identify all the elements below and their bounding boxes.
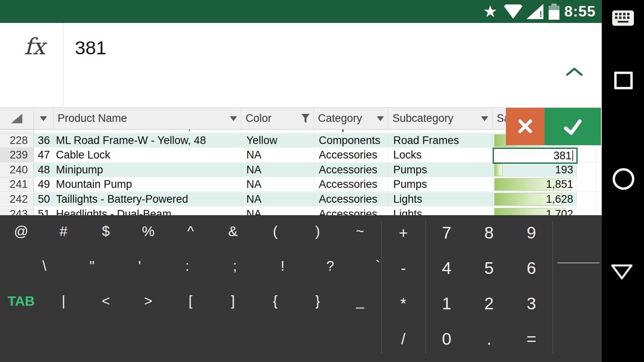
- cell-id[interactable]: 51: [34, 207, 54, 215]
- cell-product-name[interactable]: Taillights - Battery-Powered: [54, 192, 242, 207]
- row-number[interactable]: 228: [0, 134, 34, 148]
- cell-product-name[interactable]: ML Road Frame-W - Yellow, 44: [54, 130, 242, 134]
- header-id[interactable]: [34, 108, 54, 129]
- keyboard-key[interactable]: ;: [211, 249, 259, 283]
- cell-subcategory[interactable]: Locks: [388, 148, 493, 162]
- keyboard-key[interactable]: 6: [510, 251, 553, 286]
- tab-key[interactable]: TAB: [0, 284, 42, 318]
- keyboard-key[interactable]: _: [339, 284, 381, 318]
- keyboard-key[interactable]: 2: [468, 286, 510, 321]
- cell-color[interactable]: NA: [242, 207, 314, 215]
- cell-id[interactable]: 47: [34, 148, 54, 162]
- cell-color[interactable]: NA: [242, 192, 314, 207]
- cell-sales[interactable]: 1,851: [493, 177, 577, 192]
- cell-color[interactable]: NA: [242, 163, 314, 177]
- cell-id[interactable]: 49: [34, 177, 54, 192]
- keyboard-key[interactable]: ': [116, 249, 163, 283]
- keyboard-key[interactable]: /: [381, 321, 425, 357]
- cell-id[interactable]: 50: [34, 192, 54, 207]
- cell-subcategory[interactable]: Lights: [388, 207, 493, 215]
- home-button[interactable]: [613, 168, 634, 190]
- empty-cell[interactable]: [577, 192, 601, 207]
- keyboard-key[interactable]: *: [381, 286, 425, 321]
- keyboard-key[interactable]: 3: [510, 286, 553, 321]
- keyboard-key[interactable]: ?: [306, 249, 354, 283]
- chevron-up-icon[interactable]: [565, 67, 584, 78]
- cell-color[interactable]: NA: [242, 148, 314, 162]
- row-number[interactable]: 242: [0, 192, 34, 207]
- keyboard-key[interactable]: (: [254, 215, 296, 247]
- cell-category[interactable]: Accessories: [314, 177, 388, 192]
- cell-id[interactable]: 48: [34, 163, 54, 177]
- keyboard-key[interactable]: 1: [425, 286, 468, 321]
- keyboard-key[interactable]: 7: [425, 215, 468, 251]
- chevron-down-icon[interactable]: [40, 116, 47, 121]
- header-subcategory[interactable]: Subcategory: [388, 108, 493, 129]
- row-number[interactable]: 227: [0, 130, 34, 134]
- row-number[interactable]: 239: [0, 148, 34, 162]
- confirm-edit-button[interactable]: [545, 108, 601, 145]
- header-category[interactable]: Category: [314, 108, 388, 129]
- keyboard-key[interactable]: +: [381, 215, 425, 251]
- cell-category[interactable]: Components: [314, 130, 388, 134]
- back-button[interactable]: [610, 263, 634, 283]
- cell-subcategory[interactable]: Road Frames: [388, 130, 493, 134]
- keyboard-key[interactable]: |: [42, 284, 85, 318]
- formula-input[interactable]: 381: [75, 37, 106, 59]
- active-cell-editor[interactable]: 381: [493, 148, 578, 164]
- keyboard-key[interactable]: 5: [468, 251, 510, 286]
- cell-product-name[interactable]: Cable Lock: [54, 148, 242, 162]
- keyboard-key[interactable]: ]: [212, 284, 254, 318]
- keyboard-key[interactable]: #: [42, 215, 85, 247]
- filter-icon[interactable]: [301, 114, 310, 123]
- header-row-number[interactable]: [0, 108, 34, 129]
- row-number[interactable]: 243: [0, 207, 34, 215]
- cell-sales[interactable]: 1,628: [493, 192, 577, 207]
- empty-cell[interactable]: [577, 163, 601, 177]
- cell-category[interactable]: Components: [314, 134, 388, 148]
- cell-sales[interactable]: 1,702: [493, 207, 577, 215]
- keyboard-key[interactable]: 0: [425, 321, 468, 357]
- empty-cell[interactable]: [577, 148, 601, 162]
- keyboard-key[interactable]: &: [212, 215, 254, 247]
- cell-color[interactable]: Yellow: [242, 134, 314, 148]
- keyboard-key[interactable]: =: [510, 321, 553, 357]
- row-number[interactable]: 240: [0, 163, 34, 177]
- cell-product-name[interactable]: Headlights - Dual-Beam: [54, 207, 242, 215]
- cell-category[interactable]: Accessories: [314, 192, 388, 207]
- cell-subcategory[interactable]: Lights: [388, 192, 493, 207]
- keyboard-key[interactable]: }: [297, 284, 339, 318]
- cell-category[interactable]: Accessories: [314, 207, 388, 215]
- cell-product-name[interactable]: Minipump: [54, 163, 242, 177]
- keyboard-key[interactable]: %: [127, 215, 169, 247]
- keyboard-key[interactable]: ): [297, 215, 339, 247]
- cell-subcategory[interactable]: Pumps: [388, 163, 493, 177]
- keyboard-key[interactable]: <: [85, 284, 127, 318]
- keyboard-key[interactable]: {: [254, 284, 296, 318]
- keyboard-key[interactable]: @: [0, 215, 42, 247]
- cell-sales[interactable]: 193: [493, 163, 577, 177]
- cell-id[interactable]: 36: [34, 134, 54, 148]
- cell-category[interactable]: Accessories: [314, 163, 388, 177]
- keyboard-key[interactable]: 4: [425, 251, 468, 286]
- keyboard-key[interactable]: $: [85, 215, 127, 247]
- chevron-down-icon[interactable]: [481, 116, 488, 121]
- cancel-edit-button[interactable]: [506, 108, 545, 145]
- chevron-down-icon[interactable]: [377, 116, 384, 121]
- keyboard-key[interactable]: 9: [510, 215, 553, 251]
- empty-cell[interactable]: [577, 177, 601, 192]
- keyboard-key[interactable]: \: [21, 249, 68, 283]
- cell-product-name[interactable]: Mountain Pump: [54, 177, 242, 192]
- cell-color[interactable]: NA: [242, 177, 314, 192]
- cell-color[interactable]: Yellow: [242, 130, 314, 134]
- cell-id[interactable]: 35: [34, 130, 54, 134]
- header-color[interactable]: Color: [242, 108, 314, 129]
- recents-button[interactable]: [614, 72, 633, 89]
- hide-keyboard-icon[interactable]: [612, 10, 634, 26]
- keyboard-key[interactable]: .: [468, 321, 510, 357]
- keyboard-key[interactable]: 8: [468, 215, 510, 251]
- row-number[interactable]: 241: [0, 177, 34, 192]
- cell-subcategory[interactable]: Pumps: [388, 177, 493, 192]
- header-product-name[interactable]: Product Name: [54, 108, 242, 129]
- chevron-down-icon[interactable]: [230, 116, 237, 121]
